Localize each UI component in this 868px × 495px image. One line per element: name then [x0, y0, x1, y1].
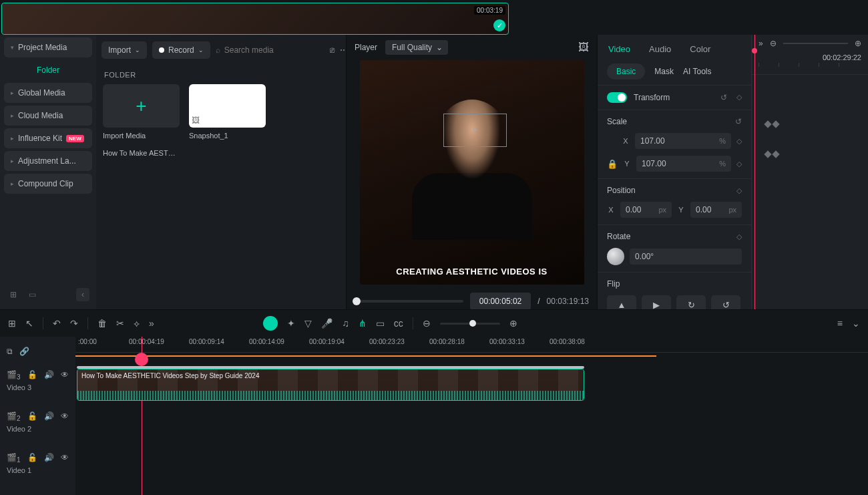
kf-playhead[interactable]	[754, 35, 755, 309]
kf-ruler[interactable]	[752, 63, 868, 75]
zoom-out-icon[interactable]: ⊖	[423, 318, 431, 329]
eye-icon[interactable]: 👁	[61, 453, 69, 464]
scale-x-input[interactable]: 107.00%	[635, 133, 731, 149]
keyframe-diamond[interactable]	[772, 150, 779, 158]
link-icon[interactable]: 🔒	[607, 159, 618, 169]
flip-h-button[interactable]: ▲	[607, 295, 636, 309]
redo-icon[interactable]: ↷	[70, 318, 78, 329]
zoom-out-icon[interactable]: ⊖	[770, 39, 777, 48]
scale-y-input[interactable]: 107.00%	[636, 156, 731, 172]
avatar-icon[interactable]	[263, 316, 278, 331]
search-input[interactable]	[224, 45, 324, 55]
mute-icon[interactable]: 🔊	[44, 453, 54, 464]
pos-x-input[interactable]: 0.00px	[620, 202, 672, 218]
project-media-button[interactable]: ▾Project Media	[4, 37, 92, 57]
record-dropdown[interactable]: Record⌄	[152, 41, 210, 59]
scrub-range[interactable]	[75, 355, 656, 357]
cloud-media-button[interactable]: ▸Cloud Media	[4, 106, 92, 126]
mic-icon[interactable]: 🎤	[321, 318, 333, 329]
zoom-slider[interactable]	[440, 323, 500, 325]
flip-v-button[interactable]: ▶	[642, 295, 671, 309]
media-tile-snapshot[interactable]: 🖼 Snapshot_1	[189, 84, 266, 140]
collapse-icon[interactable]: ‹	[76, 288, 89, 301]
global-media-button[interactable]: ▸Global Media	[4, 83, 92, 103]
subtab-basic[interactable]: Basic	[607, 63, 645, 79]
link-icon[interactable]: ⧉	[7, 347, 13, 356]
keyframe-diamond[interactable]	[764, 150, 771, 158]
delete-icon[interactable]: 🗑	[97, 318, 107, 329]
import-media-tile[interactable]: + Import Media	[103, 84, 180, 140]
effect-icon[interactable]: ✦	[287, 318, 295, 329]
crop-box[interactable]	[443, 114, 507, 147]
media-tile-clip[interactable]: 00:03:19 ✓ How To Make AESTHE...	[103, 149, 180, 157]
compound-clip-button[interactable]: ▸Compound Clip	[4, 174, 92, 194]
rotate-cw-button[interactable]: ↻	[676, 295, 706, 309]
track-3[interactable]: How To Make AESTHETIC Videos Step by Ste…	[75, 366, 868, 407]
video-preview[interactable]: CREATING AESTHETIC VIDEOS IS	[360, 60, 584, 285]
cc-icon[interactable]: cc	[394, 318, 403, 329]
track-2[interactable]	[75, 407, 868, 449]
filter-icon[interactable]: ⎚	[330, 45, 335, 55]
new-folder-icon[interactable]: ⊞	[7, 288, 20, 301]
transform-label: Transform	[634, 93, 670, 102]
marker-icon[interactable]: ▽	[304, 318, 312, 329]
crop-icon[interactable]: ⟡	[134, 318, 140, 329]
import-dropdown[interactable]: Import⌄	[101, 41, 147, 59]
undo-icon[interactable]: ↶	[53, 318, 61, 329]
lock-icon[interactable]: 🔓	[27, 370, 37, 381]
influence-kit-button[interactable]: ▸Influence KitNEW	[4, 128, 92, 148]
cut-icon[interactable]: ✂	[116, 318, 124, 329]
tab-video[interactable]: Video	[607, 40, 632, 58]
transform-toggle[interactable]	[607, 92, 627, 103]
seek-slider[interactable]	[355, 300, 463, 303]
snapshot-icon[interactable]: 🖼	[578, 41, 589, 53]
video-icon[interactable]: 🎬2	[7, 411, 21, 422]
music-icon[interactable]: ♫	[342, 318, 349, 329]
keyframe-icon[interactable]: ◇	[736, 137, 742, 146]
lock-icon[interactable]: 🔓	[27, 453, 37, 464]
pos-y-input[interactable]: 0.00px	[690, 202, 742, 218]
pointer-icon[interactable]: ↖	[25, 318, 33, 329]
lock-icon[interactable]: 🔓	[27, 411, 37, 422]
eye-icon[interactable]: 👁	[61, 411, 69, 422]
tab-color[interactable]: Color	[688, 40, 712, 58]
tracks-menu-icon[interactable]: ⌄	[852, 318, 860, 329]
keyframe-icon[interactable]: ◇	[736, 93, 742, 102]
video-clip[interactable]: How To Make AESTHETIC Videos Step by Ste…	[77, 369, 584, 401]
video-icon[interactable]: 🎬3	[7, 370, 21, 381]
rotate-ccw-button[interactable]: ↺	[711, 295, 740, 309]
reset-icon[interactable]: ↺	[720, 93, 727, 102]
folder-label[interactable]: Folder	[4, 60, 92, 80]
eye-icon[interactable]: 👁	[61, 370, 69, 381]
subtab-aitools[interactable]: AI Tools	[683, 67, 711, 76]
layout-icon[interactable]: ⊞	[8, 318, 16, 329]
tab-audio[interactable]: Audio	[648, 40, 672, 58]
keyframe-diamond[interactable]	[764, 120, 771, 128]
track-1[interactable]	[75, 449, 868, 490]
zoom-slider[interactable]	[783, 43, 848, 44]
keyframe-icon[interactable]: ◇	[736, 232, 742, 241]
zoom-in-icon[interactable]: ⊕	[509, 318, 517, 329]
reset-icon[interactable]: ↺	[735, 117, 742, 126]
keyframe-diamond[interactable]	[772, 120, 779, 128]
magnet-icon[interactable]: ⋔	[359, 318, 367, 329]
more-icon[interactable]: »	[149, 318, 154, 329]
timeline-tracks[interactable]: :00:00 00:00:04:19 00:00:09:14 00:00:14:…	[75, 337, 868, 495]
chain-icon[interactable]: 🔗	[19, 347, 29, 356]
video-icon[interactable]: 🎬1	[7, 453, 21, 464]
rotate-input[interactable]: 0.00°	[630, 249, 742, 265]
mute-icon[interactable]: 🔊	[44, 411, 54, 422]
rotate-knob[interactable]	[607, 248, 624, 265]
collapse-icon[interactable]: »	[758, 39, 763, 48]
timeline-ruler[interactable]: :00:00 00:00:04:19 00:00:09:14 00:00:14:…	[75, 337, 868, 353]
zoom-in-icon[interactable]: ⊕	[855, 39, 861, 48]
mute-icon[interactable]: 🔊	[44, 370, 54, 381]
tracks-icon[interactable]: ≡	[837, 318, 843, 329]
keyframe-icon[interactable]: ◇	[736, 186, 742, 195]
keyframe-icon[interactable]: ◇	[736, 160, 742, 168]
adjustment-layer-button[interactable]: ▸Adjustment La...	[4, 151, 92, 171]
subtab-mask[interactable]: Mask	[654, 67, 674, 76]
quality-dropdown[interactable]: Full Quality	[385, 40, 448, 55]
screen-icon[interactable]: ▭	[376, 318, 385, 329]
folder-icon[interactable]: ▭	[25, 288, 39, 301]
